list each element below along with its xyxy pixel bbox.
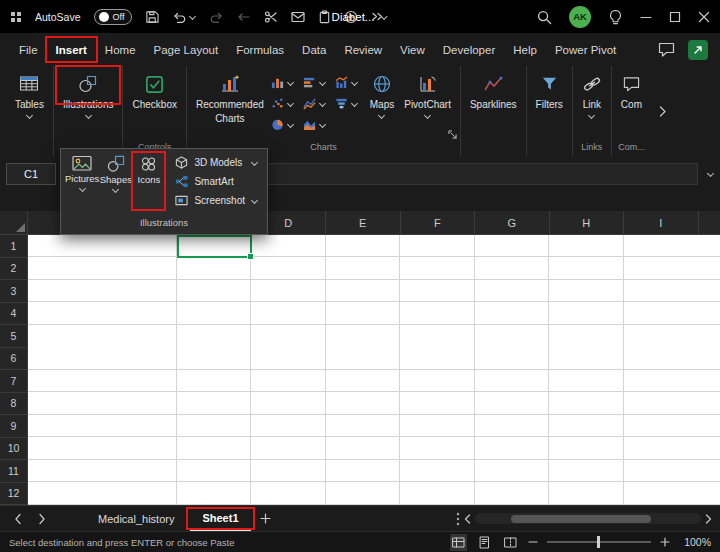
tab-help[interactable]: Help [504,33,546,66]
zoom-slider-thumb[interactable] [597,536,600,548]
tab-power-pivot[interactable]: Power Pivot [546,33,625,66]
row-header[interactable]: 6 [0,348,28,371]
shapes-button[interactable]: Shapes [99,152,132,217]
maximize-button[interactable] [669,11,681,23]
lightbulb-icon[interactable] [608,9,623,25]
column-header-g[interactable]: G [475,211,550,234]
tab-page-layout[interactable]: Page Layout [145,33,228,66]
tables-button[interactable]: Tables [10,66,49,119]
new-sheet-button[interactable] [255,513,277,524]
row-header[interactable]: 1 [0,235,28,258]
charts-dialog-launcher[interactable] [448,130,457,139]
line-chart-button[interactable] [301,93,333,114]
page-break-view-button[interactable] [502,534,519,551]
zoom-in-icon[interactable] [660,537,670,547]
tab-formulas[interactable]: Formulas [227,33,293,66]
bar-chart-button[interactable] [301,72,333,93]
row-header[interactable]: 8 [0,393,28,416]
scroll-right-icon[interactable] [705,514,712,524]
sheet-nav-left-icon[interactable] [8,513,28,525]
column-header-f[interactable]: F [401,211,476,234]
table-icon [19,72,39,96]
redo-button[interactable] [210,10,224,24]
email-icon[interactable] [291,11,305,23]
comments-icon[interactable] [658,42,675,57]
maps-button[interactable]: Maps [365,66,399,119]
row-header[interactable]: 7 [0,370,28,393]
tab-data[interactable]: Data [293,33,335,66]
pictures-button[interactable]: Pictures [65,152,99,217]
ribbon-scroll-right-button[interactable] [651,66,674,156]
zoom-slider[interactable] [547,541,651,543]
zoom-out-icon[interactable] [528,537,538,547]
column-chart-button[interactable] [269,72,301,93]
back-icon[interactable] [237,10,251,24]
recommended-charts-button[interactable]: Recommended Charts [191,66,269,124]
tab-home[interactable]: Home [96,33,145,66]
smartart-item[interactable]: SmartArt [175,172,263,191]
link-button[interactable]: Link [577,66,607,119]
tab-file[interactable]: File [10,33,47,66]
area-chart-button[interactable] [301,114,333,135]
row-header[interactable]: 12 [0,483,28,506]
search-icon[interactable] [536,9,552,25]
status-message: Select destination and press ENTER or ch… [9,537,440,548]
horizontal-scrollbar [464,513,712,524]
scrollbar-track[interactable] [475,513,701,524]
grid-cells[interactable] [28,235,720,505]
screenshot-item[interactable]: Screenshot [175,191,263,210]
pie-chart-button[interactable] [269,114,301,135]
icons-button[interactable]: Icons [132,152,165,217]
filters-button[interactable]: Filters [531,66,568,110]
group-illustrations: Illustrations [54,66,124,156]
row-header[interactable]: 4 [0,303,28,326]
app-launcher-icon[interactable] [10,11,22,23]
avatar[interactable]: AK [569,6,591,28]
scroll-left-icon[interactable] [464,514,471,524]
illustrations-button[interactable]: Illustrations [58,66,119,119]
column-header-e[interactable]: E [326,211,401,234]
paste-icon[interactable] [318,10,331,24]
document-title[interactable]: Diabet... [332,0,389,33]
select-all-corner[interactable] [0,211,28,234]
row-header[interactable]: 3 [0,280,28,303]
column-header-i[interactable]: I [624,211,699,234]
scatter-chart-button[interactable] [269,93,301,114]
row-header[interactable]: 10 [0,438,28,461]
sheet-nav-right-icon[interactable] [32,513,52,525]
scrollbar-thumb[interactable] [511,515,651,523]
row-header[interactable]: 2 [0,258,28,281]
sparklines-button[interactable]: Sparklines [465,66,522,110]
active-cell-c1[interactable] [177,235,252,258]
share-button[interactable] [688,40,708,60]
close-button[interactable] [698,11,710,23]
row-header[interactable]: 11 [0,460,28,483]
tab-view[interactable]: View [391,33,434,66]
autosave-toggle[interactable]: Off [94,9,132,25]
formula-bar-expand-icon[interactable] [706,171,714,177]
cut-icon[interactable] [264,10,278,24]
tab-developer[interactable]: Developer [434,33,504,66]
sheet-tab-sheet1[interactable]: Sheet1 [190,506,250,531]
normal-view-button[interactable] [450,534,467,551]
checkbox-button[interactable]: Checkbox [127,66,181,110]
undo-button[interactable] [172,10,197,24]
sheet-options-dots-icon[interactable] [456,512,460,526]
row-header[interactable]: 9 [0,415,28,438]
save-icon[interactable] [145,10,159,24]
combo-chart-button[interactable] [333,72,365,93]
minimize-button[interactable] [640,11,652,23]
comment-button[interactable]: Com [616,66,647,110]
funnel-chart-button[interactable] [333,93,365,114]
group-comments: Com Com... [612,66,651,156]
tab-review[interactable]: Review [335,33,391,66]
tab-insert[interactable]: Insert [47,33,96,66]
3d-models-item[interactable]: 3D Models [175,153,263,172]
pivotchart-button[interactable]: PivotChart [399,66,456,119]
page-layout-view-button[interactable] [476,534,493,551]
sheet-tab-medical-history[interactable]: Medical_history [86,506,186,531]
name-box[interactable]: C1 [6,163,56,185]
row-header[interactable]: 5 [0,325,28,348]
column-header-h[interactable]: H [550,211,625,234]
zoom-level[interactable]: 100% [679,536,711,548]
